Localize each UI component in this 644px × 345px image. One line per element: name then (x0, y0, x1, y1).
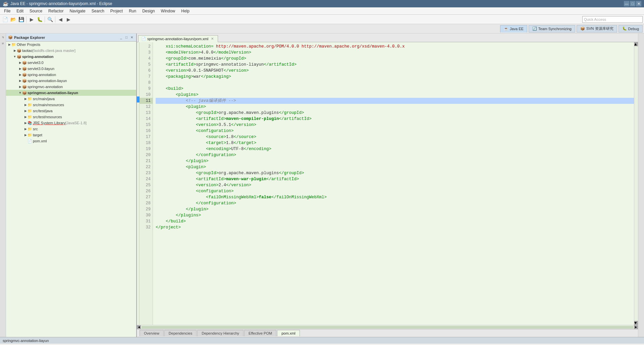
toolbar-forward[interactable]: ▶ (65, 16, 72, 23)
toolbar-run[interactable]: ▶ (28, 16, 35, 23)
toolbar-new[interactable]: 📄 (1, 16, 9, 23)
left-marker-bar (137, 42, 140, 325)
tree-item-spring-annotation-parent[interactable]: ▼ 📦 spring-annotation (6, 54, 136, 60)
title-bar-left: ☕ Java EE - springmvc-annotation-liayun/… (3, 1, 112, 6)
perspective-svn[interactable]: 📦 SVN 资源库研究 (577, 25, 617, 32)
tree-item-src-main-resources[interactable]: ▶ 📁 src/main/resources (6, 102, 136, 108)
arrow-target: ▶ (23, 133, 28, 137)
code-line-15: <version>3.5.1</version> (156, 122, 634, 128)
horizontal-scrollbar[interactable]: ◀ ▶ (137, 325, 638, 329)
toolbar-open[interactable]: 📂 (9, 16, 17, 23)
tab-dependency-hierarchy[interactable]: Dependency Hierarchy (197, 330, 244, 336)
toolbar-back[interactable]: ◀ (57, 16, 64, 23)
toolbar-save[interactable]: 💾 (17, 16, 25, 23)
code-line-14: <artifactId>maven-compiler-plugin</artif… (156, 116, 634, 122)
tree-item-servlet30[interactable]: ▶ 📦 servlet3.0 (6, 60, 136, 66)
icon-taotao: 📦 (17, 48, 21, 53)
right-sidebar (638, 33, 644, 337)
tree-item-springmvc-annotation[interactable]: ▶ 📦 springmvc-annotation (6, 84, 136, 90)
menu-search[interactable]: Search (89, 8, 107, 14)
tree-item-taotao[interactable]: ▶ 📦 taotao [fastdfs-client-java master] (6, 48, 136, 54)
scroll-thumb[interactable] (142, 326, 633, 329)
tab-overview[interactable]: Overview (140, 330, 164, 336)
tree-item-jre-system-library[interactable]: ▶ 📚 JRE System Library [JavaSE-1.8] (6, 120, 136, 126)
linenum-22: 22 (140, 164, 153, 170)
quick-access-input[interactable]: Quick Access (582, 16, 643, 23)
scroll-right-btn[interactable]: ▶ (634, 325, 638, 329)
menu-source[interactable]: Source (27, 8, 45, 14)
tree-item-pom-xml[interactable]: 📄 pom.xml (6, 138, 136, 144)
linenum-15: 15 (140, 122, 153, 128)
tree-item-other-projects[interactable]: ▶ 📁 Other Projects (6, 42, 136, 48)
menu-project[interactable]: Project (108, 8, 125, 14)
debug-icon: 🐛 (622, 26, 627, 31)
editor-tab-pom[interactable]: 📄 springmvc-annotation-liayun/pom.xml ✕ (138, 35, 218, 42)
tab-dependencies[interactable]: Dependencies (164, 330, 197, 336)
tree-item-servlet30-liayun[interactable]: ▶ 📦 servlet3.0-liayun (6, 66, 136, 72)
code-line-10: <plugins> (156, 92, 634, 98)
menu-edit[interactable]: Edit (14, 8, 26, 14)
scroll-down-btn[interactable]: ▼ (634, 321, 638, 325)
panel-close[interactable]: ✕ (129, 35, 134, 40)
perspective-team-sync[interactable]: 🔄 Team Synchronizing (529, 25, 575, 32)
tree-item-src-test-java[interactable]: ▶ 📁 src/test/java (6, 108, 136, 114)
svn-label: SVN 资源库研究 (586, 26, 613, 31)
linenum-16: 16 (140, 128, 153, 134)
tree-item-spring-annotation[interactable]: ▶ 📦 spring-annotation (6, 72, 136, 78)
title-bar-controls[interactable]: — □ ✕ (624, 1, 641, 6)
tab-close-btn[interactable]: ✕ (211, 37, 214, 41)
scroll-track[interactable] (634, 46, 638, 321)
perspective-debug[interactable]: 🐛 Debug (619, 25, 643, 32)
toolbar-search[interactable]: 🔍 (46, 16, 54, 23)
tree-item-src-test-resources[interactable]: ▶ 📁 src/test/resources (6, 114, 136, 120)
panel-minimize[interactable]: _ (119, 35, 123, 40)
menu-file[interactable]: File (1, 8, 13, 14)
linenum-10: 10 (140, 92, 153, 98)
linenum-23: 23 (140, 170, 153, 176)
arrow-src-main-resources: ▶ (23, 103, 28, 107)
code-line-12: <plugin> (156, 104, 634, 110)
tab-pom-xml[interactable]: pom.xml (277, 330, 300, 336)
status-text: springmvc-annotation-liayun (3, 339, 49, 343)
scroll-up-btn[interactable]: ▲ (634, 42, 638, 46)
status-bar: springmvc-annotation-liayun (0, 337, 644, 344)
label-spring-annotation-liayun: spring-annotation-liayun (28, 79, 67, 83)
menu-navigate[interactable]: Navigate (67, 8, 88, 14)
label-jre-version: [JavaSE-1.8] (65, 121, 87, 125)
menu-refactor[interactable]: Refactor (46, 8, 66, 14)
code-content[interactable]: xsi:schemaLocation= http://maven.apache.… (153, 42, 634, 325)
label-servlet30: servlet3.0 (28, 61, 44, 65)
perspective-javaee[interactable]: ☕ Java EE (500, 25, 527, 32)
code-line-25: <version>2.4</version> (156, 182, 634, 188)
tree-item-src[interactable]: ▶ 📁 src (6, 126, 136, 132)
right-marker-bar[interactable]: ▲ ▼ (634, 42, 638, 325)
toolbar-debug[interactable]: 🐛 (36, 16, 43, 23)
label-springmvc-annotation: springmvc-annotation (28, 85, 63, 89)
code-line-11: <!-- java编译插件 --> (156, 98, 634, 104)
perspective-bar: ☕ Java EE 🔄 Team Synchronizing 📦 SVN 资源库… (0, 24, 644, 33)
minimize-button[interactable]: — (624, 1, 629, 6)
menu-design[interactable]: Design (140, 8, 157, 14)
panel-maximize[interactable]: □ (124, 35, 129, 40)
tree-item-src-main-java[interactable]: ▶ 📁 src/main/java (6, 96, 136, 102)
tab-effective-pom[interactable]: Effective POM (244, 330, 276, 336)
maximize-button[interactable]: □ (630, 1, 635, 6)
icon-springmvc-annotation-liayun: 📦 (22, 90, 27, 95)
left-icon-2[interactable]: S (0, 41, 6, 46)
tree-item-target[interactable]: ▶ 📁 target (6, 132, 136, 138)
bottom-tabs: Overview Dependencies Dependency Hierarc… (137, 329, 638, 337)
tree-item-spring-annotation-liayun[interactable]: ▶ 📦 spring-annotation-liayun (6, 78, 136, 84)
javaee-icon: ☕ (504, 27, 508, 31)
code-line-27: <failOnMissingWebXml>false</failOnMissin… (156, 194, 634, 200)
icon-pom: 📄 (28, 139, 32, 143)
close-button[interactable]: ✕ (636, 1, 641, 6)
code-line-22: <plugin> (156, 164, 634, 170)
code-editor[interactable]: 2 3 4 5 6 7 8 9 10 11 12 13 14 15 16 17 … (137, 42, 638, 325)
left-icon-1[interactable]: P (0, 35, 6, 40)
menu-run[interactable]: Run (126, 8, 139, 14)
tree-item-springmvc-annotation-liayun[interactable]: ▼ 📦 springmvc-annotation-liayun (6, 90, 136, 96)
menu-window[interactable]: Window (158, 8, 178, 14)
scroll-left-btn[interactable]: ◀ (137, 325, 141, 329)
menu-help[interactable]: Help (178, 8, 192, 14)
linenum-5: 5 (140, 62, 153, 68)
